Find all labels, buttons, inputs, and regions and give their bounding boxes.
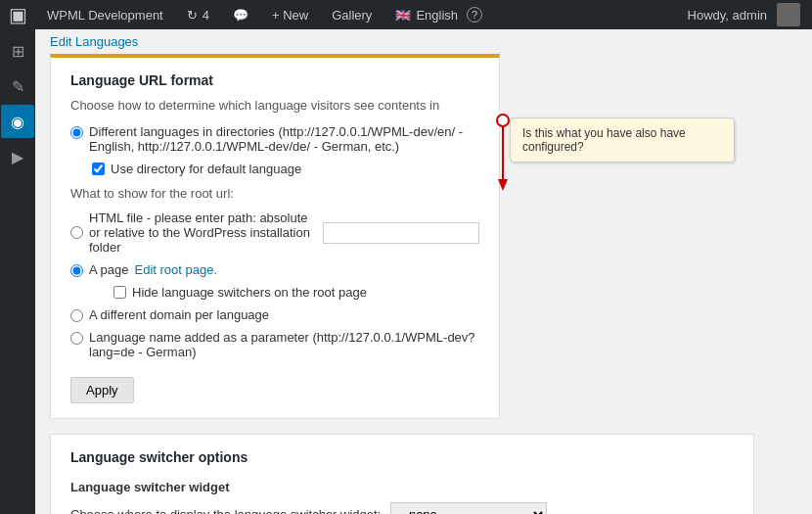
switcher-box-title: Language switcher options xyxy=(70,449,734,465)
url-format-section: Language URL format Choose how to determ… xyxy=(50,54,797,419)
radio-param[interactable] xyxy=(70,332,83,345)
option-directories-label: Different languages in directories (http… xyxy=(89,124,479,154)
use-directory-checkbox[interactable] xyxy=(92,163,105,175)
hide-switchers-label: Hide language switchers on the root page xyxy=(132,285,367,300)
tooltip-text: Is this what you have also have configur… xyxy=(522,126,686,154)
site-name-item[interactable]: WPML Development xyxy=(35,0,175,29)
url-format-title: Language URL format xyxy=(70,72,479,88)
sidebar: ⊞ ✎ ◉ ▶ xyxy=(0,29,35,514)
site-name-label: WPML Development xyxy=(47,8,163,23)
comments-item[interactable]: 💬 xyxy=(221,0,260,29)
root-url-section: What to show for the root url: xyxy=(70,186,479,201)
use-directory-group: Use directory for default language xyxy=(92,162,479,176)
main-content: Edit Languages Language URL format Choos… xyxy=(35,29,812,514)
gallery-item[interactable]: Gallery xyxy=(320,0,383,29)
option-param-label: Language name added as a parameter (http… xyxy=(89,330,479,359)
a-page-label: A page xyxy=(89,262,129,277)
edit-languages-link[interactable]: Edit Languages xyxy=(50,29,797,54)
avatar xyxy=(777,3,800,26)
layout: ⊞ ✎ ◉ ▶ Edit Languages Language URL form… xyxy=(0,29,812,514)
switcher-widget-label: Language switcher widget xyxy=(70,480,734,494)
hide-switchers-group: Hide language switchers on the root page xyxy=(113,285,479,300)
sidebar-icon-dashboard[interactable]: ⊞ xyxy=(1,34,34,68)
root-url-label: What to show for the root url: xyxy=(70,186,234,201)
radio-a-page[interactable] xyxy=(70,264,83,277)
url-format-box: Language URL format Choose how to determ… xyxy=(50,54,500,419)
radio-html-file[interactable] xyxy=(70,226,83,239)
new-item[interactable]: + New xyxy=(260,0,320,29)
switcher-box: Language switcher options Language switc… xyxy=(50,434,754,514)
language-item[interactable]: 🇬🇧 English ? xyxy=(383,0,494,29)
select-description: Choose where to display the language swi… xyxy=(70,507,381,514)
flag-icon: 🇬🇧 xyxy=(395,8,411,23)
help-icon[interactable]: ? xyxy=(467,7,482,23)
html-file-label: HTML file - please enter path: absolute … xyxy=(89,210,317,255)
edit-root-page-link[interactable]: Edit root page. xyxy=(135,262,218,277)
howdy-item[interactable]: Howdy, admin xyxy=(676,3,812,26)
comments-icon: 💬 xyxy=(233,8,248,23)
html-file-row: HTML file - please enter path: absolute … xyxy=(70,210,479,255)
apply-button[interactable]: Apply xyxy=(70,377,134,403)
option-param: Language name added as a parameter (http… xyxy=(70,330,479,359)
select-row: Choose where to display the language swi… xyxy=(70,502,734,514)
option-directories: Different languages in directories (http… xyxy=(70,124,479,154)
url-format-description: Choose how to determine which language v… xyxy=(70,98,479,113)
html-file-input[interactable] xyxy=(323,222,479,244)
tooltip-bubble: Is this what you have also have configur… xyxy=(510,117,735,163)
radio-domain[interactable] xyxy=(70,309,83,322)
updates-count: 4 xyxy=(203,8,209,23)
gallery-label: Gallery xyxy=(332,8,372,23)
language-label: English xyxy=(416,8,458,23)
option-domain: A different domain per language xyxy=(70,307,479,322)
radio-directories[interactable] xyxy=(70,126,83,139)
sidebar-icon-wpml[interactable]: ◉ xyxy=(1,105,34,138)
updates-icon: ↻ xyxy=(187,8,198,23)
hide-switchers-checkbox[interactable] xyxy=(113,286,126,299)
greeting-label: Howdy, admin xyxy=(688,8,767,23)
a-page-group: A page Edit root page. xyxy=(70,262,479,277)
new-label: + New xyxy=(272,8,308,23)
use-directory-label: Use directory for default language xyxy=(111,162,301,176)
wp-logo-icon: ▣ xyxy=(9,3,27,26)
option-domain-label: A different domain per language xyxy=(89,307,269,322)
sidebar-icon-arrow[interactable]: ▶ xyxy=(1,140,34,173)
updates-item[interactable]: ↻ 4 xyxy=(175,0,221,29)
admin-bar: ▣ WPML Development ↻ 4 💬 + New Gallery 🇬… xyxy=(0,0,812,29)
admin-right: Howdy, admin xyxy=(676,3,812,26)
wp-logo[interactable]: ▣ xyxy=(0,0,35,29)
switcher-select[interactable]: --none-- xyxy=(390,502,547,514)
sidebar-icon-posts[interactable]: ✎ xyxy=(1,70,34,103)
